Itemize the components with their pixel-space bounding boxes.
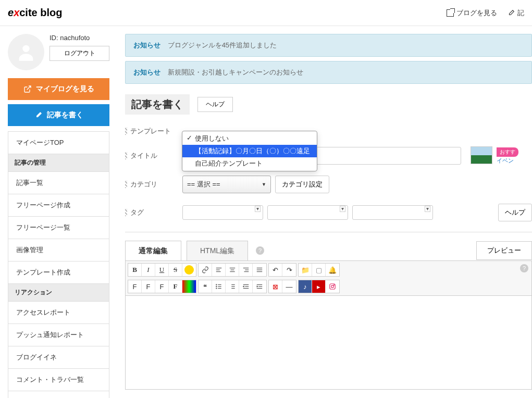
external-link-icon [23,85,32,93]
template-label: テンプレート [125,127,182,136]
editor-toolbar: B I U S ↶ ↷ 📁 [125,260,532,296]
toolbar-help-icon[interactable]: ? [520,264,528,272]
undo-button[interactable]: ↶ [269,264,282,276]
nav-template-create[interactable]: テンプレート作成 [8,262,109,284]
tag-help-button[interactable]: ヘルプ [498,204,532,221]
underline-button[interactable]: U [155,264,169,276]
strike-button[interactable]: S [169,264,182,276]
help-icon[interactable]: ? [256,246,264,255]
emoji-button[interactable] [182,264,196,276]
svg-point-15 [216,286,216,287]
category-settings-button[interactable]: カテゴリ設定 [275,176,329,193]
write-post-button[interactable]: 記事を書く [8,104,109,126]
category-select[interactable]: == 選択 == ▼ [182,176,271,193]
nav-freepage-create[interactable]: フリーページ作成 [8,194,109,217]
template-option-activity[interactable]: 【活動記録】〇月〇日（〇）〇〇遠足 [182,145,317,157]
nav-access-report[interactable]: アクセスレポート [8,302,109,324]
logout-button[interactable]: ログアウト [50,46,109,61]
list-ul-button[interactable] [212,280,226,293]
nav-mypage-top[interactable]: マイページTOP [8,132,109,154]
nav-comment-settings[interactable]: コメント・トラバ設定 [8,391,109,398]
help-button[interactable]: ヘルプ [197,97,233,112]
category-label: カテゴリ [125,180,182,189]
font-button-3[interactable]: F [155,280,169,293]
link-button[interactable] [199,264,212,276]
svg-point-30 [333,285,334,285]
bold-button[interactable]: B [128,264,142,276]
svg-point-13 [216,284,216,285]
align-left-button[interactable] [212,264,226,276]
notice-1[interactable]: お知らせ ブログジャンルを45件追加しました [125,34,532,57]
tab-normal-edit[interactable]: 通常編集 [125,241,181,261]
font-button-2[interactable]: F [142,280,155,293]
thumbnail-image[interactable] [471,146,492,164]
nav-image-manage[interactable]: 画像管理 [8,239,109,262]
remove-format-button[interactable]: ⊠ [269,280,282,293]
template-option-intro[interactable]: 自己紹介テンプレート [182,157,317,170]
preview-button[interactable]: プレビュー [476,241,532,260]
avatar [8,34,44,70]
nav-section-manage: 記事の管理 [8,154,109,172]
list-ol-button[interactable] [226,280,239,293]
hr-button[interactable]: — [282,280,296,293]
event-link[interactable]: イベン [497,157,518,165]
template-option-none[interactable]: 使用しない [182,132,317,145]
redo-button[interactable]: ↷ [282,264,296,276]
svg-point-0 [22,45,29,52]
font-button-4[interactable]: F [169,280,182,293]
nav-blog-like[interactable]: ブログイイネ [8,346,109,369]
svg-point-17 [216,288,216,289]
notice-2[interactable]: お知らせ 新規開設・お引越しキャンペーンのお知らせ [125,61,532,84]
chevron-down-icon: ▼ [262,182,266,187]
nav-comment-list[interactable]: コメント・トラバ一覧 [8,369,109,391]
edit-icon [508,9,515,17]
view-blog-link[interactable]: ブログを見る [447,8,497,18]
tag-input-2[interactable] [267,205,348,220]
template-dropdown[interactable]: 使用しない 【活動記録】〇月〇日（〇）〇〇遠足 自己紹介テンプレート [182,131,317,171]
logo[interactable]: excite blog [8,7,62,19]
tag-input-1[interactable] [182,205,263,220]
tab-html-edit[interactable]: HTML編集 [187,241,248,261]
title-label: タイトル [125,151,182,160]
nav-section-reaction: リアクション [8,284,109,302]
indent-button[interactable] [253,280,266,293]
folder-button[interactable]: 📁 [299,264,312,276]
profile-id: ID: nachufoto [50,34,109,42]
youtube-button[interactable]: ▸ [312,280,326,293]
align-justify-button[interactable] [253,264,266,276]
align-right-button[interactable] [239,264,253,276]
write-link[interactable]: 記 [508,8,524,18]
align-center-button[interactable] [226,264,239,276]
quote-button[interactable]: ❝ [199,280,212,293]
outdent-button[interactable] [239,280,253,293]
view-myblog-button[interactable]: マイブログを見る [8,78,109,100]
nav-push-report[interactable]: プッシュ通知レポート [8,324,109,346]
pencil-icon [34,111,43,119]
book-button[interactable]: ▢ [312,264,326,276]
font-button-1[interactable]: F [128,280,142,293]
svg-point-29 [331,285,334,288]
tag-label: タグ [125,208,182,217]
external-link-icon [447,9,454,17]
music-button[interactable]: ♪ [299,280,312,293]
recommend-badge: おすす [497,147,518,157]
nav-freepage-list[interactable]: フリーページ一覧 [8,217,109,239]
italic-button[interactable]: I [142,264,155,276]
color-button[interactable] [182,280,196,293]
instagram-button[interactable] [326,280,339,293]
editor-textarea[interactable] [125,296,532,390]
page-title: 記事を書く [125,94,190,115]
bell-button[interactable]: 🔔 [326,264,339,276]
nav-post-list[interactable]: 記事一覧 [8,172,109,194]
tag-input-3[interactable] [352,205,433,220]
